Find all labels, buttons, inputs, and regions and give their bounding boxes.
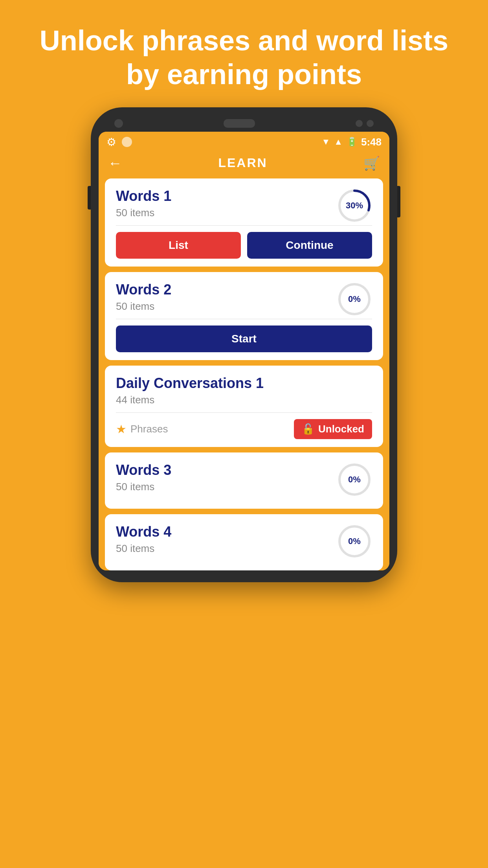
phrases-label: ★ Phrases <box>116 422 168 436</box>
cart-icon[interactable]: 🛒 <box>363 155 380 171</box>
card-words1-header: Words 1 50 items 30% <box>116 188 372 225</box>
card-words4-title: Words 4 <box>116 524 171 540</box>
card-words1-divider <box>116 225 372 226</box>
header-title: LEARN <box>218 156 267 170</box>
card-words3-progress: 0% <box>337 462 372 497</box>
card-words2-title: Words 2 <box>116 281 171 298</box>
card-words1-info: Words 1 50 items <box>116 188 171 225</box>
card-words2-header: Words 2 50 items 0% <box>116 281 372 319</box>
card-words4-progress: 0% <box>337 524 372 559</box>
card-words3-title: Words 3 <box>116 462 171 478</box>
words1-list-button[interactable]: List <box>116 232 241 259</box>
status-bar: ⚙ ▼ ▲ 🔋 5:48 <box>99 132 389 151</box>
card-words1: Words 1 50 items 30% Lis <box>105 178 383 267</box>
phone-speaker <box>224 119 255 128</box>
unlocked-label: Unlocked <box>318 423 364 435</box>
status-right: ▼ ▲ 🔋 5:48 <box>321 136 382 148</box>
card-words4-header: Words 4 50 items 0% <box>116 524 372 561</box>
card-daily-conversations1: Daily Conversations 1 44 items ★ Phrases… <box>105 366 383 447</box>
card-words4-progress-label: 0% <box>348 536 361 546</box>
phone-dot-1 <box>356 120 363 127</box>
phone-device: ⚙ ▼ ▲ 🔋 5:48 ← LEARN 🛒 <box>91 107 397 582</box>
card-words1-btn-row: List Continue <box>116 232 372 259</box>
card-words4: Words 4 50 items 0% <box>105 514 383 570</box>
time-display: 5:48 <box>361 136 382 148</box>
card-words2-divider <box>116 319 372 319</box>
card-words1-progress-label: 30% <box>346 200 363 211</box>
unlocked-badge: 🔓 Unlocked <box>294 419 372 439</box>
card-words2-subtitle: 50 items <box>116 300 171 313</box>
star-icon: ★ <box>116 422 127 436</box>
card-words2-info: Words 2 50 items <box>116 281 171 319</box>
content-area: Words 1 50 items 30% Lis <box>99 178 389 570</box>
card-words3-progress-label: 0% <box>348 474 361 485</box>
phone-top <box>99 119 389 128</box>
card-words2-progress-label: 0% <box>348 294 361 304</box>
wifi-icon: ▼ <box>321 137 330 147</box>
card-daily-divider <box>116 412 372 413</box>
card-words2: Words 2 50 items 0% Start <box>105 272 383 360</box>
phone-camera-left <box>114 119 123 128</box>
hero-text: Unlock phrases and word lists by earning… <box>0 0 488 107</box>
phone-screen: ⚙ ▼ ▲ 🔋 5:48 ← LEARN 🛒 <box>99 132 389 570</box>
status-left: ⚙ <box>106 136 132 149</box>
card-words4-subtitle: 50 items <box>116 542 171 555</box>
signal-icon: ▲ <box>334 137 343 147</box>
card-words4-info: Words 4 50 items <box>116 524 171 561</box>
words1-continue-button[interactable]: Continue <box>247 232 372 259</box>
gear-icon: ⚙ <box>106 136 116 149</box>
card-words3-header: Words 3 50 items 0% <box>116 462 372 499</box>
phone-dot-2 <box>367 120 374 127</box>
battery-icon: 🔋 <box>347 137 357 147</box>
phone-button-left <box>88 186 91 210</box>
card-words3: Words 3 50 items 0% <box>105 452 383 509</box>
lock-icon: 🔓 <box>302 423 314 435</box>
words2-start-button[interactable]: Start <box>116 326 372 352</box>
phone-wrapper: ⚙ ▼ ▲ 🔋 5:48 ← LEARN 🛒 <box>0 107 488 582</box>
card-words3-info: Words 3 50 items <box>116 462 171 499</box>
phone-button-right <box>397 186 400 217</box>
card-words3-subtitle: 50 items <box>116 481 171 493</box>
card-words1-progress: 30% <box>337 188 372 223</box>
card-words2-progress: 0% <box>337 281 372 317</box>
phrases-text: Phrases <box>130 423 168 435</box>
phone-camera-right <box>356 120 374 127</box>
app-header: ← LEARN 🛒 <box>99 151 389 178</box>
card-words1-title: Words 1 <box>116 188 171 204</box>
card-daily-title: Daily Conversations 1 <box>116 375 372 392</box>
card-words1-subtitle: 50 items <box>116 207 171 219</box>
card-daily-bottom: ★ Phrases 🔓 Unlocked <box>116 419 372 439</box>
back-button[interactable]: ← <box>108 155 122 171</box>
status-dot <box>122 137 132 147</box>
card-daily-subtitle: 44 items <box>116 394 372 406</box>
